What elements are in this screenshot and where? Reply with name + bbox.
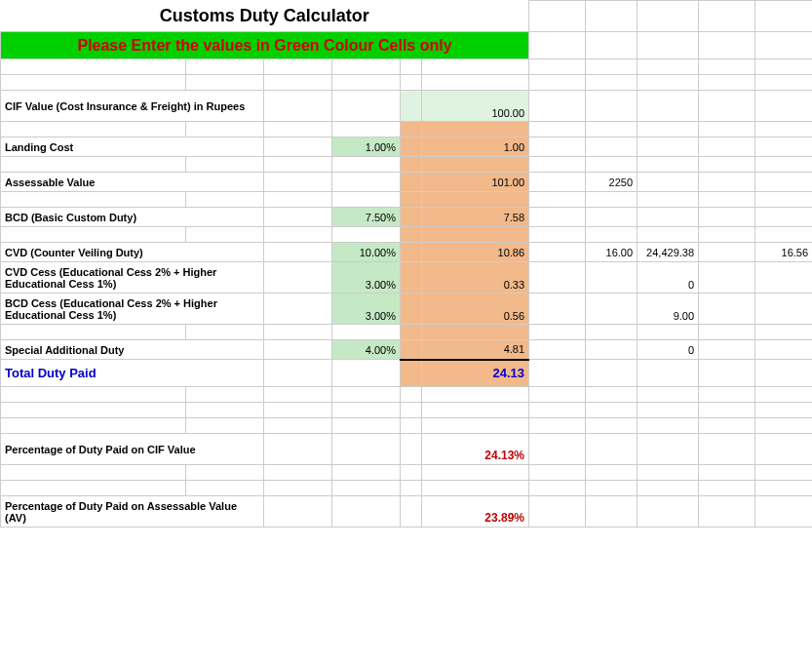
cvd-extra-i: 24,429.38 [638, 243, 699, 262]
cvd-pct[interactable]: 10.00% [332, 243, 401, 262]
cvd-extra-h: 16.00 [586, 243, 638, 262]
spreadsheet-table: Customs Duty Calculator Please Enter the… [0, 0, 812, 528]
pct-cif-label: Percentage of Duty Paid on CIF Value [1, 434, 264, 465]
cvdcess-value: 0.33 [422, 262, 529, 294]
sad-label: Special Additional Duty [1, 340, 264, 360]
cvdcess-label: CVD Cess (Educational Cess 2% + Higher E… [1, 262, 264, 294]
assessable-label: Assessable Value [1, 173, 264, 192]
landing-value: 1.00 [422, 137, 529, 157]
bcd-pct[interactable]: 7.50% [332, 208, 401, 227]
bcd-value: 7.58 [422, 208, 529, 227]
landing-label: Landing Cost [1, 137, 264, 157]
total-value: 24.13 [422, 360, 529, 387]
cvd-extra-k: 16.56 [755, 243, 812, 262]
total-label: Total Duty Paid [1, 360, 264, 387]
bcdcess-label: BCD Cess (Educational Cess 2% + Higher E… [1, 294, 264, 325]
sad-value: 4.81 [422, 340, 529, 360]
cif-value[interactable]: 100.00 [422, 91, 529, 122]
instruction-banner: Please Enter the values in Green Colour … [1, 32, 529, 59]
assessable-value: 101.00 [422, 173, 529, 192]
bcdcess-value: 0.56 [422, 294, 529, 325]
landing-pct[interactable]: 1.00% [332, 137, 401, 157]
cvdcess-pct[interactable]: 3.00% [332, 262, 401, 294]
pct-av-label: Percentage of Duty Paid on Assessable Va… [1, 496, 264, 528]
sad-pct[interactable]: 4.00% [332, 340, 401, 360]
cif-label: CIF Value (Cost Insurance & Freight) in … [1, 91, 264, 122]
cvd-label: CVD (Counter Veiling Duty) [1, 243, 264, 262]
assessable-extra-h: 2250 [586, 173, 638, 192]
cvd-value: 10.86 [422, 243, 529, 262]
pct-av-value: 23.89% [422, 496, 529, 528]
sad-extra-i: 0 [638, 340, 699, 360]
bcdcess-extra-i: 9.00 [638, 294, 699, 325]
cvdcess-extra-i: 0 [638, 262, 699, 294]
bcd-label: BCD (Basic Custom Duty) [1, 208, 264, 227]
pct-cif-value: 24.13% [422, 434, 529, 465]
bcdcess-pct[interactable]: 3.00% [332, 294, 401, 325]
page-title: Customs Duty Calculator [1, 1, 529, 32]
